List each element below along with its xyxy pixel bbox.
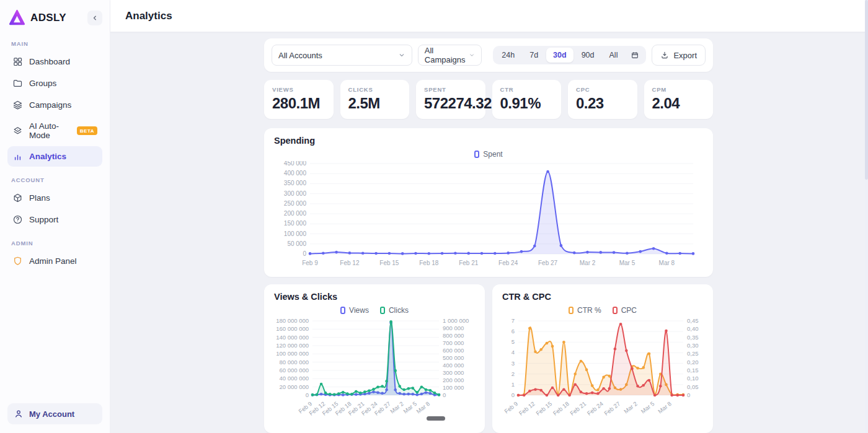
sidebar-item-label: Plans [29,193,50,203]
app-name: ADSLY [30,12,82,24]
kpi-label: CLICKS [348,86,402,93]
grid-icon [12,56,23,67]
svg-text:0,40: 0,40 [687,325,699,332]
svg-text:100 000: 100 000 [284,230,307,237]
date-picker-button[interactable] [626,49,644,62]
sidebar-item-label: AI Auto-Mode [29,121,69,140]
sidebar-item-dashboard[interactable]: Dashboard [7,51,102,72]
legend-item[interactable]: Clicks [380,306,409,315]
kpi-card-clicks: CLICKS 2.5M [340,80,410,119]
sidebar-item-plans[interactable]: Plans [7,188,102,208]
svg-text:350 000: 350 000 [284,180,307,186]
my-account-button[interactable]: My Account [7,403,102,424]
svg-text:40 000 000: 40 000 000 [279,375,309,382]
range-button-30d[interactable]: 30d [546,48,574,63]
chevron-left-icon [91,14,99,22]
views-clicks-title: Views & Clicks [274,292,475,302]
range-button-7d[interactable]: 7d [523,48,545,63]
export-button[interactable]: Export [652,45,706,66]
svg-text:0,35: 0,35 [687,334,699,341]
views-clicks-legend: ViewsClicks [274,305,475,316]
svg-text:Feb 27: Feb 27 [538,260,558,266]
sidebar-item-groups[interactable]: Groups [7,73,102,94]
svg-text:Feb 24: Feb 24 [586,400,604,417]
chevron-down-icon [469,51,475,59]
svg-text:150 000: 150 000 [284,220,307,227]
svg-text:100 000 000: 100 000 000 [276,350,309,357]
svg-text:100 000: 100 000 [443,384,464,391]
ai-layers-icon [12,126,23,136]
page-scrollbar-thumb[interactable] [865,0,868,180]
section-label-account: ACCOUNT [11,177,99,183]
sidebar-item-admin-panel[interactable]: Admin Panel [7,251,102,271]
svg-text:1: 1 [512,381,515,388]
svg-text:20 000 000: 20 000 000 [279,383,309,390]
kpi-label: VIEWS [272,86,326,93]
legend-swatch-icon [569,307,574,314]
svg-text:6: 6 [512,328,515,335]
download-icon [660,51,669,59]
legend-swatch-icon [340,307,345,314]
legend-item[interactable]: CTR % [569,306,601,315]
svg-text:0,30: 0,30 [687,342,699,349]
legend-swatch-icon [474,151,479,158]
spending-legend: Spent [274,149,703,160]
legend-item[interactable]: CPC [613,306,637,315]
svg-text:Feb 15: Feb 15 [379,260,399,266]
svg-text:Mar 5: Mar 5 [402,400,418,415]
svg-text:900 000: 900 000 [443,325,464,331]
calendar-icon [631,51,639,59]
legend-label: Spent [483,150,502,159]
sidebar-item-support[interactable]: Support [7,209,102,230]
svg-text:7: 7 [512,317,515,324]
section-label-admin: ADMIN [11,240,99,247]
sidebar-item-ai-auto-mode[interactable]: AI Auto-Mode BETA [7,116,102,145]
svg-text:Feb 21: Feb 21 [459,260,479,266]
spending-panel: Spending Spent 050 000100 000150 000200 … [264,128,713,277]
kpi-value: 0.91% [500,95,554,112]
svg-text:0: 0 [687,391,690,398]
beta-badge: BETA [77,126,97,135]
svg-text:Feb 15: Feb 15 [534,400,553,417]
my-account-label: My Account [29,409,74,419]
svg-text:80 000 000: 80 000 000 [279,359,309,365]
sidebar-item-label: Campaigns [29,100,71,110]
bar-chart-icon [12,151,23,162]
filter-bar: All Accounts All Campaigns 24h 7d 30d 90… [264,38,713,72]
range-button-all[interactable]: All [603,48,625,63]
sidebar-item-campaigns[interactable]: Campaigns [7,95,102,115]
folder-icon [12,78,23,89]
ctr-cpc-chart[interactable]: 0123456700,050,100,150,200,250,300,350,4… [502,317,703,426]
sidebar-item-analytics[interactable]: Analytics [7,146,102,167]
svg-text:0: 0 [512,391,515,398]
legend-item[interactable]: Views [340,306,369,315]
spending-chart[interactable]: 050 000100 000150 000200 000250 000300 0… [274,161,703,269]
kpi-value: 572274.32 [424,95,477,112]
account-select[interactable]: All Accounts [272,45,412,66]
svg-text:0,05: 0,05 [687,383,699,390]
range-button-24h[interactable]: 24h [495,48,521,63]
range-button-90d[interactable]: 90d [575,48,601,63]
sidebar-item-label: Admin Panel [29,256,77,266]
kpi-card-cpm: CPM 2.04 [644,80,714,119]
kpi-card-cpc: CPC 0.23 [568,80,637,119]
svg-text:800 000: 800 000 [443,332,464,339]
svg-text:1 000 000: 1 000 000 [443,317,469,324]
svg-text:0,15: 0,15 [687,367,699,374]
legend-item[interactable]: Spent [474,150,502,159]
views-clicks-chart[interactable]: 020 000 00040 000 00060 000 00080 000 00… [274,317,475,426]
page-scrollbar[interactable] [865,0,868,433]
svg-text:Feb 12: Feb 12 [340,260,360,266]
svg-text:0,45: 0,45 [687,317,699,324]
legend-label: Clicks [389,306,409,315]
svg-text:4: 4 [512,349,515,356]
sidebar-collapse-button[interactable] [87,11,102,25]
horizontal-scrollbar-thumb[interactable] [427,416,445,421]
campaign-select[interactable]: All Campaigns [418,45,482,66]
svg-text:250 000: 250 000 [284,200,307,207]
ctr-cpc-panel: CTR & CPC CTR %CPC 0123456700,050,100,15… [492,284,713,433]
kpi-label: CTR [500,86,554,93]
svg-text:Mar 8: Mar 8 [659,260,675,266]
logo-row: ADSLY [7,8,102,31]
help-circle-icon [12,214,23,225]
